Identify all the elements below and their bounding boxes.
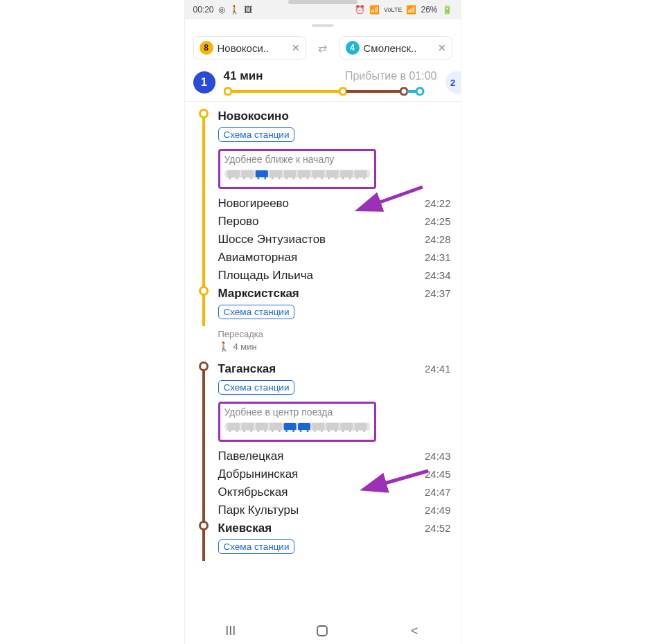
svg-rect-52 <box>298 423 310 430</box>
clear-to-icon[interactable]: ✕ <box>438 42 446 53</box>
svg-point-30 <box>335 177 337 179</box>
station-row[interactable]: Площадь Ильича24:34 <box>218 267 451 285</box>
svg-point-0 <box>224 88 231 95</box>
top-handle <box>288 0 357 4</box>
station-name: Новогиреево <box>218 197 289 211</box>
back-button[interactable]: < <box>407 623 422 638</box>
station-name: Павелецкая <box>218 449 284 463</box>
to-chip[interactable]: 4 Смоленск.. ✕ <box>339 36 452 60</box>
station-row[interactable]: Добрынинская24:45 <box>218 465 451 483</box>
station-name: Шоссе Энтузиастов <box>218 233 326 247</box>
clear-from-icon[interactable]: ✕ <box>292 42 300 53</box>
station-name: Добрынинская <box>218 467 299 481</box>
boarding-hint-2: Удобнее в центр поезда <box>218 402 376 442</box>
sheet-drag-handle[interactable] <box>185 19 461 32</box>
route-timeline: Новокосино Схема станции Удобнее ближе к… <box>185 102 461 565</box>
swap-button[interactable]: ⇄ <box>313 38 333 57</box>
station-row[interactable]: Таганская 24:41 <box>218 360 451 378</box>
svg-rect-49 <box>283 423 296 430</box>
station-row[interactable]: Павелецкая24:43 <box>218 447 451 465</box>
transfer-label: Пересадка <box>218 329 451 339</box>
svg-point-27 <box>321 177 323 179</box>
svg-rect-25 <box>312 170 324 177</box>
svg-rect-67 <box>317 626 327 636</box>
duration-text: 41 мин <box>224 69 263 83</box>
station-time: 24:45 <box>425 468 451 480</box>
svg-point-20 <box>285 177 288 179</box>
clock: 00:20 <box>193 5 214 15</box>
route-number-badge: 1 <box>193 71 215 93</box>
svg-point-36 <box>363 177 365 179</box>
svg-point-32 <box>342 177 344 179</box>
route-endpoints: 8 Новокоси.. ✕ ⇄ 4 Смоленск.. ✕ <box>185 32 461 66</box>
next-route-peek[interactable]: 2 <box>445 71 461 93</box>
svg-point-63 <box>348 430 351 432</box>
station-time: 24:31 <box>425 251 451 263</box>
wifi-icon: 📶 <box>369 5 380 15</box>
svg-point-51 <box>292 430 294 432</box>
station-row[interactable]: Парк Культуры24:49 <box>218 501 451 519</box>
station-scheme-button[interactable]: Схема станции <box>218 127 295 142</box>
svg-rect-31 <box>340 170 353 177</box>
svg-rect-55 <box>312 423 324 430</box>
station-name: Перово <box>218 215 259 229</box>
from-chip[interactable]: 8 Новокоси.. ✕ <box>193 36 306 60</box>
home-button[interactable] <box>315 623 330 638</box>
svg-point-45 <box>264 430 266 432</box>
transfer-block: Пересадка 🚶 4 мин <box>195 326 451 360</box>
svg-rect-16 <box>270 170 282 177</box>
svg-point-54 <box>306 430 308 432</box>
to-line-badge: 4 <box>346 41 360 55</box>
svg-point-8 <box>229 177 231 179</box>
svg-rect-34 <box>354 170 366 177</box>
station-row[interactable]: Авиамоторная24:31 <box>218 249 451 267</box>
svg-rect-61 <box>340 423 353 430</box>
station-name: Площадь Ильича <box>218 269 314 283</box>
station-row[interactable]: Киевская 24:52 <box>218 519 451 537</box>
svg-point-26 <box>314 177 316 179</box>
station-scheme-button[interactable]: Схема станции <box>218 305 295 319</box>
svg-point-39 <box>236 430 238 432</box>
svg-point-47 <box>271 430 273 432</box>
station-scheme-button[interactable]: Схема станции <box>218 539 295 554</box>
svg-point-12 <box>250 177 252 179</box>
station-row[interactable]: Марксистская 24:37 <box>218 285 451 303</box>
recents-button[interactable]: III <box>223 623 238 638</box>
android-nav-bar: III < <box>185 618 461 644</box>
svg-point-4 <box>400 88 407 95</box>
boarding-hint-1: Удобнее ближе к началу <box>218 149 376 189</box>
station-name: Парк Культуры <box>218 503 299 517</box>
station-time: 24:37 <box>425 287 451 299</box>
station-name: Новокосино <box>218 109 289 123</box>
svg-rect-13 <box>255 170 267 177</box>
svg-point-60 <box>335 430 337 432</box>
station-time: 24:43 <box>425 450 451 462</box>
svg-point-11 <box>243 177 245 179</box>
svg-rect-37 <box>227 423 240 430</box>
svg-point-9 <box>236 177 238 179</box>
hint-text: Удобнее ближе к началу <box>224 154 370 165</box>
picture-icon: 🖼 <box>244 5 252 15</box>
station-row[interactable]: Шоссе Энтузиастов24:28 <box>218 231 451 249</box>
station-name: Октябрьская <box>218 485 288 499</box>
svg-point-18 <box>278 177 280 179</box>
svg-rect-46 <box>270 423 282 430</box>
station-time: 24:49 <box>425 504 451 516</box>
station-row[interactable]: Перово24:25 <box>218 213 451 231</box>
walk-icon: 🚶 <box>218 341 229 352</box>
train-diagram-icon <box>224 168 370 180</box>
svg-rect-10 <box>241 170 254 177</box>
station-row[interactable]: Новогиреево24:22 <box>218 195 451 213</box>
station-scheme-button[interactable]: Схема станции <box>218 380 295 395</box>
svg-point-57 <box>321 430 323 432</box>
station-row[interactable]: Октябрьская24:47 <box>218 483 451 501</box>
to-station-label: Смоленск.. <box>364 42 434 54</box>
svg-point-42 <box>250 430 252 432</box>
svg-point-6 <box>416 88 423 95</box>
svg-point-35 <box>356 177 358 179</box>
station-time: 24:25 <box>425 215 451 227</box>
signal-icon: 📶 <box>406 5 416 15</box>
station-row[interactable]: Новокосино <box>218 107 451 125</box>
station-time: 24:52 <box>425 522 451 534</box>
svg-point-38 <box>229 430 231 432</box>
